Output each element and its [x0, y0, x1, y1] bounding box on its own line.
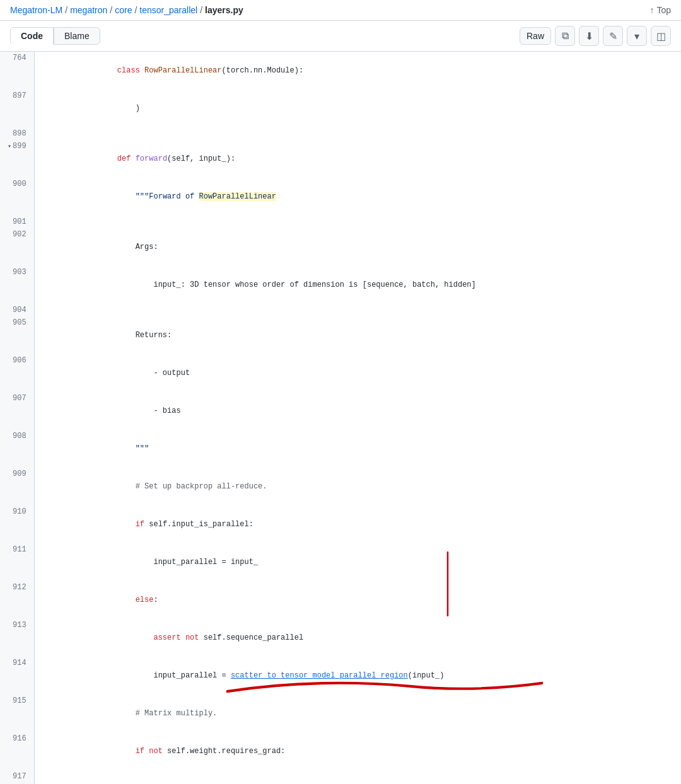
table-row: 909 # Set up backprop all-reduce.: [0, 468, 681, 505]
collapse-icon[interactable]: ▾: [8, 143, 11, 150]
download-button[interactable]: ⬇: [579, 26, 599, 46]
breadcrumb-megatron[interactable]: megatron: [70, 5, 107, 15]
line-number: 902: [0, 228, 34, 266]
table-row: 900 """Forward of RowParallelLinear: [0, 178, 681, 216]
line-number: 912: [0, 581, 34, 619]
table-row: 902 Args:: [0, 228, 681, 266]
table-row: 911 input_parallel = input_: [0, 543, 681, 581]
chevron-down-icon: ▾: [634, 30, 639, 42]
page-header: Megatron-LM / megatron / core / tensor_p…: [0, 0, 681, 21]
table-row: 917 self._forward_impl = linear_with_fro…: [0, 770, 681, 784]
table-row: 914 input_parallel = scatter_to_tensor_m…: [0, 657, 681, 695]
table-row: 905 Returns:: [0, 316, 681, 354]
line-code: # Set up backprop all-reduce.: [34, 468, 681, 505]
line-code: [34, 216, 681, 228]
table-row: 910 if self.input_is_parallel:: [0, 505, 681, 543]
line-number: 910: [0, 505, 34, 543]
table-row: 897 ): [0, 89, 681, 127]
edit-button[interactable]: ✎: [603, 26, 623, 46]
line-number: 911: [0, 543, 34, 581]
line-code: input_: 3D tensor whose order of dimensi…: [34, 266, 681, 304]
line-code: input_parallel = input_: [34, 543, 681, 581]
table-row: 916 if not self.weight.requires_grad:: [0, 732, 681, 770]
breadcrumb-current-file: layers.py: [205, 5, 243, 15]
line-code: """: [34, 430, 681, 468]
line-number: 914: [0, 657, 34, 695]
line-code: ): [34, 89, 681, 127]
line-code: def forward(self, input_):: [34, 140, 681, 178]
line-number: 898: [0, 127, 34, 140]
raw-button[interactable]: Raw: [520, 27, 551, 45]
line-code: Args:: [34, 228, 681, 266]
line-code: self._forward_impl = linear_with_frozen_…: [34, 770, 681, 784]
table-row: 901: [0, 216, 681, 228]
breadcrumb-megatron-lm[interactable]: Megatron-LM: [10, 5, 62, 15]
top-link[interactable]: ↑ Top: [649, 5, 671, 15]
top-label: Top: [656, 5, 671, 15]
copy-icon: ⧉: [562, 30, 569, 42]
line-code: if not self.weight.requires_grad:: [34, 732, 681, 770]
line-code: - output: [34, 354, 681, 392]
line-code: [34, 127, 681, 140]
top-arrow-icon: ↑: [649, 5, 654, 15]
line-number: 907: [0, 392, 34, 430]
edit-icon: ✎: [609, 30, 617, 42]
table-row: 904: [0, 304, 681, 316]
more-button[interactable]: ▾: [627, 26, 647, 46]
line-code: else:: [34, 581, 681, 619]
table-row: 915 # Matrix multiply.: [0, 695, 681, 732]
line-number: 916: [0, 732, 34, 770]
breadcrumb-tensor-parallel[interactable]: tensor_parallel: [139, 5, 197, 15]
view-tabs: Code Blame: [10, 27, 100, 45]
action-group: Raw ⧉ ⬇ ✎ ▾ ◫: [520, 26, 671, 46]
line-code: input_parallel = scatter_to_tensor_model…: [34, 657, 681, 695]
copy-button[interactable]: ⧉: [555, 26, 575, 46]
line-code: if self.input_is_parallel:: [34, 505, 681, 543]
code-wrapper: 764 class RowParallelLinear(torch.nn.Mod…: [0, 52, 681, 784]
line-number: 903: [0, 266, 34, 304]
table-row: 913 assert not self.sequence_parallel: [0, 619, 681, 657]
table-row: 907 - bias: [0, 392, 681, 430]
line-number: 909: [0, 468, 34, 505]
line-number: 915: [0, 695, 34, 732]
table-row: 898: [0, 127, 681, 140]
table-row: 908 """: [0, 430, 681, 468]
tab-blame[interactable]: Blame: [54, 27, 100, 45]
line-code: # Matrix multiply.: [34, 695, 681, 732]
line-number: 897: [0, 89, 34, 127]
line-code: """Forward of RowParallelLinear: [34, 178, 681, 216]
line-number: 908: [0, 430, 34, 468]
line-code: - bias: [34, 392, 681, 430]
line-number: 904: [0, 304, 34, 316]
line-code: assert not self.sequence_parallel: [34, 619, 681, 657]
line-number: 905: [0, 316, 34, 354]
download-icon: ⬇: [585, 30, 593, 42]
line-number: 764: [0, 52, 34, 89]
code-view-button[interactable]: ◫: [651, 26, 671, 46]
line-number: 917: [0, 770, 34, 784]
line-number: 900: [0, 178, 34, 216]
tab-code[interactable]: Code: [10, 27, 54, 45]
code-view-icon: ◫: [656, 30, 666, 42]
line-code: [34, 304, 681, 316]
line-code: Returns:: [34, 316, 681, 354]
code-table: 764 class RowParallelLinear(torch.nn.Mod…: [0, 52, 681, 784]
line-code: class RowParallelLinear(torch.nn.Module)…: [34, 52, 681, 89]
file-toolbar: Code Blame Raw ⧉ ⬇ ✎ ▾ ◫: [0, 21, 681, 52]
code-container: 764 class RowParallelLinear(torch.nn.Mod…: [0, 52, 681, 784]
table-row: 764 class RowParallelLinear(torch.nn.Mod…: [0, 52, 681, 89]
table-row: 912 else:: [0, 581, 681, 619]
breadcrumb: Megatron-LM / megatron / core / tensor_p…: [10, 5, 243, 15]
line-number: 906: [0, 354, 34, 392]
line-number: ▾899: [0, 140, 34, 178]
line-number: 913: [0, 619, 34, 657]
table-row: 903 input_: 3D tensor whose order of dim…: [0, 266, 681, 304]
table-row: ▾899 def forward(self, input_):: [0, 140, 681, 178]
breadcrumb-core[interactable]: core: [115, 5, 132, 15]
table-row: 906 - output: [0, 354, 681, 392]
line-number: 901: [0, 216, 34, 228]
